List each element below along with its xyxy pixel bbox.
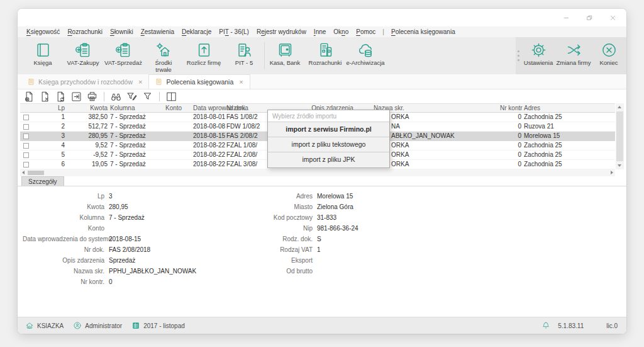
status-item-2017-listopad[interactable]: 2017 - listopad — [131, 321, 185, 330]
cell-adres: Ruzova 21 — [523, 122, 615, 131]
scroll-right-icon[interactable] — [611, 171, 613, 174]
popup-option-import-z-pliku-jpk[interactable]: import z pliku JPK — [268, 152, 389, 168]
window-minimize-button[interactable] — [563, 14, 570, 21]
row-checkbox[interactable] — [23, 124, 29, 130]
cell-nazwa_skr: ORKA — [372, 151, 499, 159]
filter-button[interactable] — [142, 91, 153, 103]
column-header-konto[interactable]: Konto — [164, 104, 192, 112]
horizontal-scrollbar[interactable] — [20, 169, 615, 176]
popup-option-import-z-pliku-tekstowego[interactable]: import z pliku tekstowego — [268, 137, 389, 152]
menu-item-rejestr-wydrukow[interactable]: Rejestr wydruków — [253, 28, 310, 35]
column-header-adres[interactable]: Adres — [523, 104, 615, 112]
detail-label: Nr kontr. — [23, 278, 104, 285]
cell-kolumna: 7 - Sprzedaż — [109, 151, 164, 159]
pages-refresh-button[interactable] — [55, 91, 67, 103]
tab-szczegoly[interactable]: Szczegóły — [21, 176, 64, 186]
popup-option-import-z-serwisu-firmino-pl[interactable]: import z serwisu Firmino.pl — [268, 122, 389, 137]
status-item-ksiazka[interactable]: KSIAZKA — [25, 321, 64, 330]
column-header-nazwa_skr[interactable]: Nazwa skr. — [372, 104, 499, 112]
status-item-administrator[interactable]: Administrator — [73, 321, 122, 330]
cell-nr_kontr: 0 — [499, 141, 523, 150]
filter-edit-button[interactable] — [126, 91, 138, 103]
page-delete-button[interactable] — [39, 91, 51, 103]
column-header-kolumna[interactable]: Kolumna — [109, 104, 164, 112]
toolbar-grip-icon[interactable] — [516, 37, 521, 74]
book-up-icon — [196, 42, 213, 59]
status-right: 5.1.83.11 lic.0 — [541, 321, 619, 330]
row-checkbox[interactable] — [23, 143, 29, 149]
cell-adres: Morelowa 15 — [523, 132, 615, 140]
status-bar: KSIAZKAAdministrator2017 - listopad 5.1.… — [18, 317, 626, 334]
column-header-lp[interactable]: Lp — [31, 104, 66, 112]
page-export-button[interactable] — [70, 91, 82, 103]
page-new-button[interactable] — [23, 91, 35, 103]
columns-button[interactable] — [165, 91, 177, 103]
menu-item-rozrachunki[interactable]: Rozrachunki — [64, 28, 106, 35]
toolbar-button-rozlicz-firme[interactable]: Rozlicz firmę — [184, 37, 224, 74]
menu-item-inne[interactable]: Inne — [310, 28, 330, 35]
toolbar-button-ksiega[interactable]: Księga — [23, 37, 63, 74]
detail-value: 1 — [317, 246, 358, 253]
cell-adres: Zachodnia 25 — [523, 160, 615, 169]
binoculars-button[interactable] — [110, 91, 122, 103]
vertical-scroll-thumb[interactable] — [616, 111, 623, 161]
toolbar-button-e-archiwizacja[interactable]: e-Archiwizacja — [345, 37, 386, 74]
row-checkbox[interactable] — [23, 152, 29, 158]
toolbar-button-vat-sprzedaz[interactable]: VAT-Sprzedaż — [103, 37, 143, 74]
vertical-scrollbar[interactable] — [616, 103, 624, 169]
cell-nr_kontr: 0 — [499, 151, 523, 159]
cell-nazwa_skr: ORKA — [372, 160, 499, 169]
toolbar-button-rozrachunki[interactable]: Rozrachunki — [305, 37, 345, 74]
cell-nazwa_skr: ORKA — [372, 113, 499, 122]
scroll-down-icon[interactable] — [618, 164, 621, 167]
row-select-cell — [20, 143, 31, 149]
toolbar-button-srodki-trwa-e[interactable]: Środki trwałe — [143, 37, 184, 74]
menu-item-okno[interactable]: Okno — [330, 28, 352, 35]
row-checkbox[interactable] — [23, 115, 29, 120]
cell-kolumna: 7 - Sprzedaż — [109, 122, 164, 131]
toolbar-button-pit-5[interactable]: PIT - 5 — [224, 37, 264, 74]
printer-button[interactable] — [86, 91, 98, 103]
tab-polecenia-ksiegowania[interactable]: Polecenia księgowania× — [148, 74, 250, 89]
menu-item-pit-36-l[interactable]: PIT - 36(L) — [215, 28, 253, 35]
window-restore-button[interactable] — [586, 14, 593, 21]
toolbar-button-kasa-bank[interactable]: Kasa, Bank — [265, 37, 305, 74]
toolbar-button-ustawienia[interactable]: Ustawienia — [521, 37, 556, 74]
menu-item-zestawienia[interactable]: Zestawienia — [137, 28, 178, 35]
row-checkbox[interactable] — [23, 134, 29, 139]
horizontal-scroll-thumb[interactable] — [28, 171, 44, 175]
window-controls — [563, 14, 616, 21]
toolbar-button-koniec[interactable]: Koniec — [591, 37, 626, 74]
window-close-button[interactable] — [609, 14, 616, 21]
detail-label: Kolumna — [23, 214, 104, 221]
toolbar-separator — [104, 92, 104, 101]
tab-close-icon[interactable]: × — [239, 78, 243, 86]
column-header-data[interactable]: Data wprowadzenia — [192, 104, 225, 112]
detail-value: Morelowa 15 — [317, 193, 358, 200]
detail-label: Konto — [23, 225, 104, 232]
column-header-kwota[interactable]: Kwota — [66, 104, 109, 112]
column-header-nr_kontr[interactable]: Nr kontr. — [499, 104, 523, 112]
cell-kolumna: 7 - Sprzedaż — [109, 141, 164, 150]
scroll-left-icon[interactable] — [22, 171, 25, 174]
tab-ksiega-przychodow-i-rozchodow[interactable]: Księga przychodów i rozchodów× — [21, 74, 148, 89]
bell-icon[interactable] — [541, 321, 550, 330]
menu-item-s-owniki[interactable]: Słowniki — [106, 28, 137, 35]
toolbar-button-zmiana-firmy[interactable]: Zmiana firmy — [556, 37, 591, 74]
menu-bar: KsięgowośćRozrachunkiSłownikiZestawienia… — [18, 26, 626, 37]
user-icon — [73, 321, 82, 330]
scroll-up-icon[interactable] — [618, 106, 621, 108]
row-checkbox[interactable] — [23, 162, 29, 168]
toolbar-button-vat-zakupy[interactable]: VAT-Zakupy — [63, 37, 103, 74]
detail-label: Rodz. dok. — [250, 236, 313, 242]
book-icon — [35, 42, 52, 59]
detail-label: Kod pocztowy — [250, 214, 313, 221]
menu-item-polecenia-ksiegowania[interactable]: Polecenia księgowania — [387, 28, 459, 35]
details-panel: Lp3Kwota280,95Kolumna7 - SprzedażKontoDa… — [18, 186, 626, 317]
toolbar-button-label: VAT-Zakupy — [67, 60, 99, 67]
detail-label: Od brutto — [250, 268, 313, 275]
tab-close-icon[interactable]: × — [138, 78, 142, 86]
menu-item-deklaracje[interactable]: Deklaracje — [178, 28, 215, 35]
menu-item-ksiegowosc[interactable]: Księgowość — [23, 28, 64, 35]
menu-item-pomoc[interactable]: Pomoc — [352, 28, 379, 35]
